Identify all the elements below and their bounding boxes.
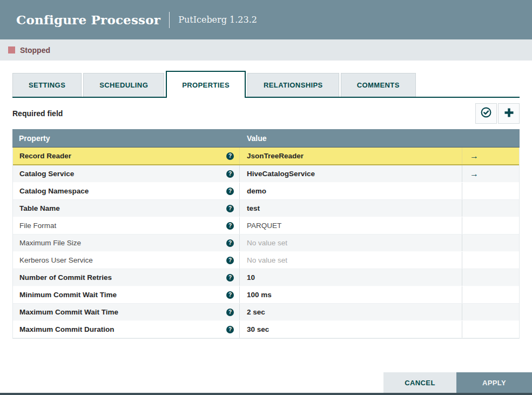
help-icon[interactable]: ? [226,170,234,178]
property-name: Table Name [19,204,60,212]
verify-properties-button[interactable] [475,103,497,124]
table-row[interactable]: Maximum File Size?No value set [13,235,519,252]
property-value: HiveCatalogService [247,170,315,178]
table-row[interactable]: Catalog Service?HiveCatalogService→ [13,165,519,183]
table-row[interactable]: Table Name?test [13,200,519,217]
help-icon[interactable]: ? [226,239,234,247]
table-row[interactable]: Kerberos User Service?No value set [13,252,519,269]
property-name: Kerberos User Service [19,256,93,264]
property-cell: Kerberos User Service? [13,252,240,269]
tab-settings[interactable]: SETTINGS [12,73,82,97]
property-name: Catalog Service [19,170,74,178]
tab-properties[interactable]: PROPERTIES [166,71,246,98]
property-name: Number of Commit Retries [19,273,112,282]
value-cell[interactable]: PARQUET [240,217,462,234]
goto-cell [462,217,519,234]
property-value: No value set [247,256,287,264]
property-value: 100 ms [247,291,272,299]
property-cell: Maximum Commit Wait Time? [13,304,240,320]
property-name: Maximum Commit Wait Time [19,308,118,316]
value-cell[interactable]: HiveCatalogService [240,165,462,182]
help-icon[interactable]: ? [226,222,234,230]
stopped-square-icon [8,46,15,53]
tab-label: SCHEDULING [99,81,148,89]
tab-label: RELATIONSHIPS [264,81,323,89]
property-value: 2 sec [247,308,265,316]
help-icon[interactable]: ? [226,188,234,195]
value-cell[interactable]: No value set [240,252,462,269]
property-value: 30 sec [247,325,269,333]
goto-cell [462,269,519,286]
dialog-body: SETTINGSSCHEDULINGPROPERTIESRELATIONSHIP… [0,72,532,339]
table-rows: Record Reader?JsonTreeReader→Catalog Ser… [13,148,519,338]
goto-cell [462,235,519,251]
help-icon[interactable]: ? [226,326,234,333]
property-name: Minimum Commit Wait Time [19,291,117,299]
tab-bar: SETTINGSSCHEDULINGPROPERTIESRELATIONSHIP… [12,72,520,98]
table-row[interactable]: Number of Commit Retries?10 [13,269,519,286]
required-field-label: Required field [12,109,63,118]
tab-comments[interactable]: COMMENTS [341,73,416,97]
table-header: Property Value [12,129,520,148]
check-circle-icon [480,106,492,120]
goto-cell: → [462,148,519,164]
property-value: JsonTreeReader [247,152,304,160]
value-cell[interactable]: No value set [240,235,462,251]
tab-scheduling[interactable]: SCHEDULING [83,73,164,97]
window-bottom-edge [0,393,532,395]
value-cell[interactable]: 10 [240,269,462,286]
table-row[interactable]: File Format?PARQUET [13,217,519,235]
property-name: Catalog Namespace [19,187,89,195]
property-value: demo [247,187,266,195]
goto-cell: → [462,165,519,182]
help-icon[interactable]: ? [226,205,234,212]
help-icon[interactable]: ? [226,257,234,264]
dialog-header: Configure Processor PutIceberg 1.23.2 [0,0,532,39]
value-cell[interactable]: demo [240,183,462,199]
toolbar-buttons [475,103,520,124]
property-name: Maximum File Size [19,239,81,247]
value-cell[interactable]: test [240,200,462,217]
property-cell: Record Reader? [13,148,240,164]
property-cell: Maximum Commit Duration? [13,321,240,338]
property-value: 10 [247,273,255,282]
help-icon[interactable]: ? [226,274,234,282]
goto-arrow-icon[interactable]: → [470,152,479,160]
property-name: Record Reader [19,152,71,160]
table-row[interactable]: Maximum Commit Wait Time?2 sec [13,304,519,321]
table-row[interactable]: Record Reader?JsonTreeReader→ [13,148,519,165]
value-cell[interactable]: JsonTreeReader [240,148,462,164]
cancel-button[interactable]: CANCEL [383,372,456,393]
value-cell[interactable]: 2 sec [240,304,462,320]
apply-button[interactable]: APPLY [456,372,532,393]
column-header-property: Property [12,134,240,143]
help-icon[interactable]: ? [226,291,234,299]
table-row[interactable]: Maximum Commit Duration?30 sec [13,321,519,338]
dialog-footer: CANCEL APPLY [383,372,532,393]
value-cell[interactable]: 30 sec [240,321,462,338]
column-header-value: Value [240,134,520,143]
help-icon[interactable]: ? [226,309,234,316]
table-row[interactable]: Minimum Commit Wait Time?100 ms [13,286,519,304]
help-icon[interactable]: ? [226,152,234,160]
property-cell: Catalog Service? [13,165,240,182]
property-cell: Table Name? [13,200,240,217]
goto-cell [462,183,519,199]
status-label: Stopped [20,46,50,55]
tab-label: PROPERTIES [182,81,230,89]
goto-cell [462,321,519,338]
tab-relationships[interactable]: RELATIONSHIPS [247,73,339,97]
dialog-title: Configure Processor [16,12,160,27]
value-cell[interactable]: 100 ms [240,286,462,303]
add-property-button[interactable] [498,103,520,124]
property-cell: Number of Commit Retries? [13,269,240,286]
goto-arrow-icon[interactable]: → [470,170,479,178]
goto-cell [462,286,519,303]
property-cell: Catalog Namespace? [13,183,240,199]
property-name: Maximum Commit Duration [19,325,115,333]
property-value: test [247,204,260,212]
table-row[interactable]: Catalog Namespace?demo [13,183,519,200]
goto-cell [462,252,519,269]
tab-label: SETTINGS [29,81,65,89]
title-divider [169,12,170,28]
